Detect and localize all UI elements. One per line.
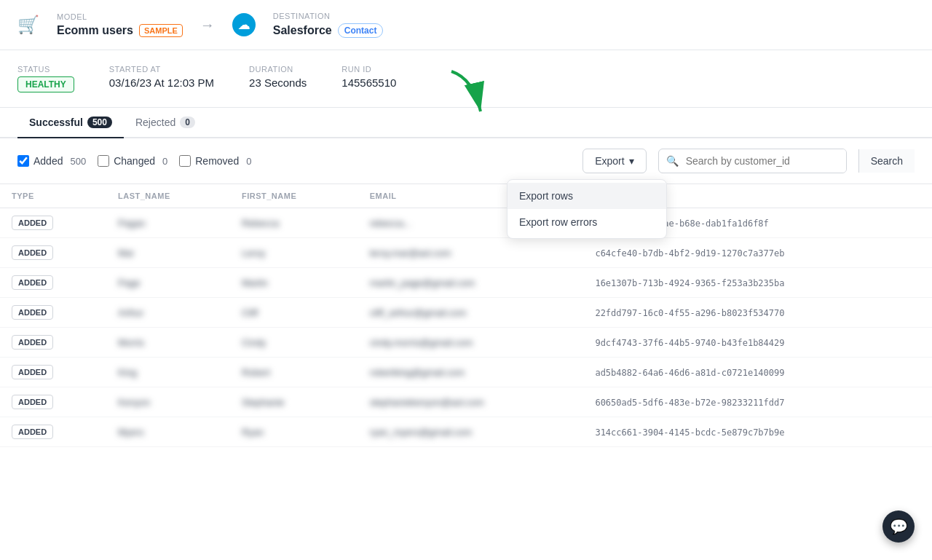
table-row: ADDED King Robert robertking@gmail.com a… (0, 358, 932, 387)
cell-first-name: Cliff (230, 298, 358, 328)
cell-last-name: Kenyon (106, 387, 230, 417)
tab-rejected[interactable]: Rejected 0 (124, 108, 207, 138)
first-name-value: Stephanie (242, 397, 285, 408)
cell-first-name: Stephanie (230, 387, 358, 417)
status-stat: STATUS HEALTHY (17, 65, 74, 92)
cell-customer-id: 9dcf4743-37f6-44b5-9740-b43fe1b84429 (583, 328, 932, 358)
tab-successful[interactable]: Successful 500 (17, 108, 124, 138)
email-value: rebecca... (370, 218, 411, 229)
type-badge: ADDED (12, 425, 53, 439)
cell-type: ADDED (0, 328, 106, 358)
first-name-value: Cliff (242, 307, 258, 318)
filter-row: Added 500 Changed 0 Removed 0 Export ▾ 🔍… (0, 138, 932, 184)
table-row: ADDED Kenyon Stephanie stephaniekenyon@a… (0, 387, 932, 417)
last-name-value: Morris (118, 337, 144, 348)
cell-first-name: Martin (230, 268, 358, 298)
cell-type: ADDED (0, 208, 106, 238)
export-rows-item[interactable]: Export rows (508, 183, 666, 209)
model-label: MODEL (57, 12, 183, 21)
tab-successful-count: 500 (87, 117, 112, 128)
run-id-label: RUN ID (341, 65, 396, 74)
cart-icon: 🛒 (17, 15, 39, 35)
search-button[interactable]: Search (858, 149, 915, 173)
tab-successful-label: Successful (29, 117, 83, 128)
destination-name: Salesforce (273, 24, 332, 37)
cell-last-name: Pagan (106, 208, 230, 238)
cell-email: cindy.morris@gmail.com (358, 328, 584, 358)
cell-type: ADDED (0, 268, 106, 298)
filter-added-count: 500 (70, 156, 86, 167)
first-name-value: Rebecca (242, 218, 279, 229)
cell-last-name: Page (106, 268, 230, 298)
last-name-value: Mar (118, 248, 134, 259)
email-value: leroy.mar@aol.com (370, 248, 451, 259)
export-row-errors-item[interactable]: Export row errors (508, 209, 666, 235)
export-dropdown: Export rows Export row errors (507, 179, 667, 239)
cell-customer-id: 16e1307b-713b-4924-9365-f253a3b235ba (583, 268, 932, 298)
filter-changed[interactable]: Changed 0 (98, 155, 167, 167)
started-stat: STARTED AT 03/16/23 At 12:03 PM (109, 65, 214, 92)
last-name-value: Page (118, 277, 140, 288)
cell-type: ADDED (0, 238, 106, 268)
filter-changed-checkbox[interactable] (98, 155, 109, 167)
started-value: 03/16/23 At 12:03 PM (109, 76, 214, 89)
email-value: robertking@gmail.com (370, 367, 465, 378)
table-row: ADDED Morris Cindy cindy.morris@gmail.co… (0, 328, 932, 358)
cell-last-name: King (106, 358, 230, 387)
first-name-value: Leroy (242, 248, 266, 259)
email-value: stephaniekenyon@aol.com (370, 397, 484, 408)
run-id-value: 145565510 (341, 76, 396, 89)
filter-added-checkbox[interactable] (17, 155, 29, 167)
first-name-value: Ryan (242, 427, 264, 438)
type-badge: ADDED (12, 305, 53, 320)
cell-first-name: Cindy (230, 328, 358, 358)
stats-bar: STATUS HEALTHY STARTED AT 03/16/23 At 12… (0, 50, 932, 108)
customer-id-value: 314cc661-3904-4145-bcdc-5e879c7b7b9e (595, 427, 784, 438)
model-section: MODEL Ecomm users SAMPLE (57, 12, 183, 37)
contact-badge: Contact (338, 23, 384, 38)
customer-id-value: 16e1307b-713b-4924-9365-f253a3b235ba (595, 278, 784, 288)
cell-customer-id: 22fdd797-16c0-4f55-a296-b8023f534770 (583, 298, 932, 328)
cell-email: cliff_arthur@gmail.com (358, 298, 584, 328)
customer-id-value: ad5b4882-64a6-46d6-a81d-c0721e140099 (595, 368, 784, 378)
first-name-value: Cindy (242, 337, 266, 348)
cell-type: ADDED (0, 387, 106, 417)
customer-id-value: c64cfe40-b7db-4bf2-9d19-1270c7a377eb (595, 248, 784, 259)
cell-type: ADDED (0, 417, 106, 447)
filter-removed-count: 0 (246, 156, 251, 167)
email-value: cliff_arthur@gmail.com (370, 307, 467, 318)
cell-first-name: Ryan (230, 417, 358, 447)
destination-label: DESTINATION (273, 12, 384, 20)
cell-first-name: Leroy (230, 238, 358, 268)
table-row: ADDED Mar Leroy leroy.mar@aol.com c64cfe… (0, 238, 932, 268)
email-value: cindy.morris@gmail.com (370, 337, 473, 348)
email-value: martin_page@gmail.com (370, 277, 475, 288)
table-row: ADDED Arthur Cliff cliff_arthur@gmail.co… (0, 298, 932, 328)
last-name-value: Myers (118, 427, 143, 438)
type-badge: ADDED (12, 335, 53, 350)
type-badge: ADDED (12, 275, 53, 290)
tab-rejected-count: 0 (180, 117, 195, 128)
cell-customer-id: 60650ad5-5df6-483e-b72e-98233211fdd7 (583, 387, 932, 417)
type-badge: ADDED (12, 395, 53, 409)
table-container: TYPE LAST_NAME FIRST_NAME EMAIL CUSTOMER… (0, 184, 932, 447)
customer-id-value: 9dcf4743-37f6-44b5-9740-b43fe1b84429 (595, 338, 784, 348)
duration-stat: DURATION 23 Seconds (249, 65, 307, 92)
data-table: TYPE LAST_NAME FIRST_NAME EMAIL CUSTOMER… (0, 184, 932, 447)
destination-section: DESTINATION Salesforce Contact (273, 12, 384, 38)
search-input[interactable] (686, 149, 846, 173)
col-type: TYPE (0, 184, 106, 208)
last-name-value: Pagan (118, 218, 146, 229)
model-name: Ecomm users (57, 24, 133, 37)
started-label: STARTED AT (109, 65, 214, 74)
cell-type: ADDED (0, 358, 106, 387)
filter-added-label: Added (33, 155, 63, 167)
filter-removed[interactable]: Removed 0 (179, 155, 251, 167)
cell-customer-id: 314cc661-3904-4145-bcdc-5e879c7b7b9e (583, 417, 932, 447)
type-badge: ADDED (12, 245, 53, 260)
filter-added[interactable]: Added 500 (17, 155, 86, 167)
export-button[interactable]: Export ▾ (582, 149, 646, 173)
cell-email: stephaniekenyon@aol.com (358, 387, 584, 417)
filter-changed-count: 0 (162, 156, 167, 167)
filter-removed-checkbox[interactable] (179, 155, 191, 167)
